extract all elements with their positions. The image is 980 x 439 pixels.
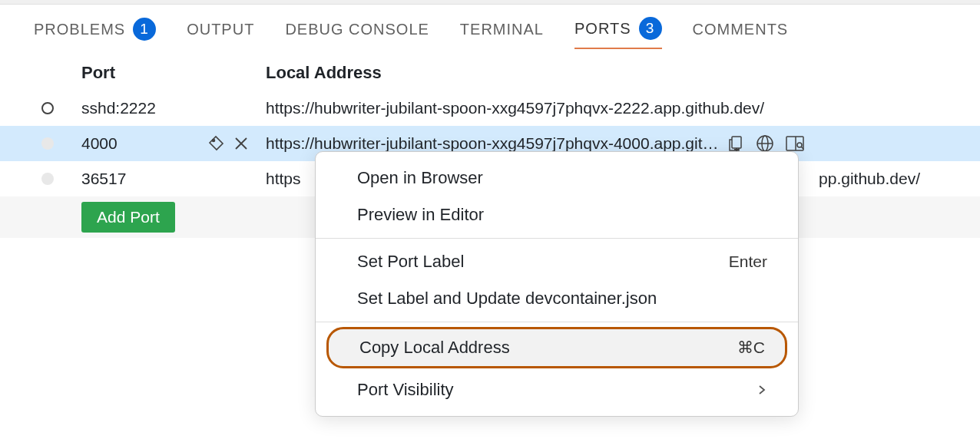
tab-output[interactable]: OUTPUT: [187, 21, 254, 46]
menu-item-label: Open in Browser: [357, 168, 483, 188]
port-cell: 4000: [81, 134, 266, 153]
tab-problems[interactable]: PROBLEMS 1: [34, 18, 156, 48]
menu-preview-in-editor[interactable]: Preview in Editor: [316, 196, 798, 233]
port-value: sshd:2222: [81, 99, 156, 117]
menu-item-label: Set Port Label: [357, 252, 464, 272]
port-status-icon: [38, 173, 81, 185]
tab-debug-label: DEBUG CONSOLE: [285, 21, 429, 38]
menu-open-in-browser[interactable]: Open in Browser: [316, 160, 798, 196]
panel-tabs: PROBLEMS 1 OUTPUT DEBUG CONSOLE TERMINAL…: [0, 5, 980, 49]
port-status-icon: [38, 102, 81, 114]
table-row[interactable]: sshd:2222 https://hubwriter-jubilant-spo…: [0, 91, 980, 126]
tab-output-label: OUTPUT: [187, 21, 254, 38]
circle-filled-icon: [41, 137, 54, 150]
tab-ports[interactable]: PORTS 3: [574, 17, 662, 49]
port-cell: 36517: [81, 170, 266, 188]
address-value: https://hubwriter-jubilant-spoon-xxg4597…: [266, 134, 719, 153]
ports-table-header: Port Local Address: [0, 49, 980, 91]
tab-ports-label: PORTS: [574, 20, 631, 38]
header-local-address: Local Address: [266, 63, 980, 83]
header-port: Port: [81, 63, 266, 83]
menu-set-port-label[interactable]: Set Port Label Enter: [316, 243, 798, 280]
menu-shortcut: ⌘C: [737, 338, 765, 357]
circle-outline-icon: [41, 102, 54, 114]
tab-terminal-label: TERMINAL: [460, 21, 544, 38]
menu-item-label: Port Visibility: [357, 380, 454, 400]
address-value-suffix: pp.github.dev/: [819, 170, 920, 188]
address-cell: https://hubwriter-jubilant-spoon-xxg4597…: [266, 99, 980, 117]
context-menu: Open in Browser Preview in Editor Set Po…: [315, 151, 799, 417]
tab-debug-console[interactable]: DEBUG CONSOLE: [285, 21, 429, 46]
address-value-prefix: https: [266, 170, 301, 188]
address-cell: https://hubwriter-jubilant-spoon-xxg4597…: [266, 134, 980, 153]
ports-badge: 3: [639, 17, 662, 40]
menu-shortcut: Enter: [729, 253, 767, 271]
menu-set-label-update-devcontainer[interactable]: Set Label and Update devcontainer.json: [316, 280, 798, 317]
label-icon[interactable]: [207, 134, 226, 153]
address-value: https://hubwriter-jubilant-spoon-xxg4597…: [266, 99, 764, 117]
port-status-icon: [38, 137, 81, 150]
tab-problems-label: PROBLEMS: [34, 21, 125, 38]
copy-icon[interactable]: [727, 134, 745, 153]
tab-terminal[interactable]: TERMINAL: [460, 21, 544, 46]
circle-filled-icon: [41, 173, 54, 185]
preview-icon[interactable]: [785, 134, 805, 153]
menu-divider: [316, 322, 798, 322]
add-port-button[interactable]: Add Port: [81, 202, 175, 233]
chevron-right-icon: [757, 385, 767, 395]
menu-item-label: Set Label and Update devcontainer.json: [357, 289, 657, 309]
tab-comments-label: COMMENTS: [693, 21, 789, 38]
menu-copy-local-address[interactable]: Copy Local Address ⌘C: [326, 327, 787, 368]
port-value: 4000: [81, 134, 118, 153]
port-value: 36517: [81, 170, 126, 188]
menu-port-visibility[interactable]: Port Visibility: [316, 371, 798, 408]
port-cell: sshd:2222: [81, 99, 266, 117]
problems-badge: 1: [133, 18, 156, 41]
menu-item-label: Copy Local Address: [359, 338, 510, 358]
globe-icon[interactable]: [756, 134, 774, 153]
svg-point-0: [213, 140, 215, 142]
menu-item-label: Preview in Editor: [357, 205, 484, 225]
menu-divider: [316, 238, 798, 239]
close-icon[interactable]: [233, 136, 249, 151]
tab-comments[interactable]: COMMENTS: [693, 21, 789, 46]
svg-rect-3: [732, 137, 741, 148]
